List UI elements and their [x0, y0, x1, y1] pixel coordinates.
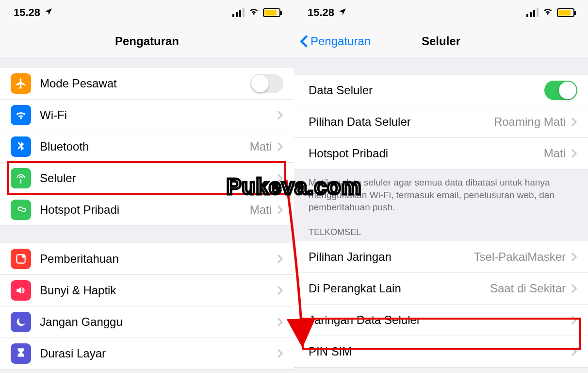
row-cellular-data-network[interactable]: Jaringan Data Seluler [294, 305, 588, 336]
row-do-not-disturb[interactable]: Jangan Ganggu [0, 306, 294, 338]
chevron-right-icon [277, 254, 283, 264]
cellular-screen: 15.28 Pengaturan Seluler [294, 0, 588, 373]
status-bar: 15.28 [294, 0, 588, 25]
row-notifications[interactable]: Pemberitahuan [0, 243, 294, 275]
speaker-icon [11, 280, 31, 301]
row-value: Tsel-PakaiMasker [474, 250, 566, 264]
row-sim-pin[interactable]: PIN SIM [294, 336, 588, 368]
bluetooth-icon [11, 136, 31, 157]
row-wifi[interactable]: Wi-Fi [0, 100, 294, 131]
cellular-signal-icon [232, 8, 245, 17]
row-value: Saat di Sekitar [490, 282, 566, 295]
nav-bar: Pengaturan [0, 25, 294, 57]
row-cellular[interactable]: Seluler [0, 163, 294, 194]
chevron-right-icon [277, 110, 283, 120]
wifi-icon [11, 105, 31, 125]
row-value: Mati [250, 203, 272, 217]
row-airplane-mode[interactable]: Mode Pesawat [0, 68, 294, 100]
row-label: Seluler [40, 171, 76, 185]
chevron-right-icon [571, 284, 577, 293]
row-label: Durasi Layar [40, 347, 106, 360]
row-bluetooth[interactable]: Bluetooth Mati [0, 131, 294, 163]
row-label: Hotspot Pribadi [309, 147, 388, 160]
row-cellular-data[interactable]: Data Seluler [294, 75, 588, 106]
location-icon [44, 6, 53, 19]
section-footer: Matikan data seluler agar semua data dib… [294, 170, 588, 219]
hourglass-icon [11, 343, 31, 364]
row-label: Wi-Fi [40, 108, 67, 122]
row-label: Bunyi & Haptik [40, 284, 116, 297]
notifications-icon [11, 249, 31, 269]
row-value: Mati [250, 140, 272, 153]
battery-icon [557, 8, 574, 17]
chevron-right-icon [571, 347, 577, 356]
battery-icon [263, 8, 280, 17]
chevron-right-icon [277, 286, 283, 295]
chevron-right-icon [277, 317, 283, 327]
status-time: 15.28 [14, 6, 40, 19]
row-network-selection[interactable]: Pilihan Jaringan Tsel-PakaiMasker [294, 241, 588, 273]
row-label: Bluetooth [40, 140, 89, 153]
svg-point-1 [22, 254, 25, 258]
chevron-right-icon [277, 349, 283, 358]
cellular-signal-icon [526, 8, 539, 17]
airplane-toggle[interactable] [250, 74, 283, 93]
row-label: Pilihan Data Seluler [309, 115, 411, 129]
cellular-data-toggle[interactable] [544, 81, 577, 100]
row-label: Jangan Ganggu [40, 315, 123, 329]
antenna-icon [11, 168, 31, 188]
status-bar: 15.28 [0, 0, 294, 25]
row-label: Data Seluler [309, 84, 373, 97]
page-title: Seluler [422, 34, 460, 48]
row-sounds[interactable]: Bunyi & Haptik [0, 275, 294, 306]
row-label: Pilihan Jaringan [309, 250, 392, 264]
row-screen-time[interactable]: Durasi Layar [0, 338, 294, 370]
row-label: Hotspot Pribadi [40, 203, 119, 217]
settings-screen: 15.28 Pengaturan Mode Pes [0, 0, 294, 373]
location-icon [338, 6, 347, 19]
row-personal-hotspot[interactable]: Hotspot Pribadi Mati [0, 194, 294, 226]
row-value: Roaming Mati [494, 115, 566, 129]
section-header-carrier: TELKOMSEL [294, 219, 588, 241]
wifi-icon [542, 6, 553, 19]
chevron-right-icon [277, 142, 283, 152]
row-personal-hotspot[interactable]: Hotspot Pribadi Mati [294, 138, 588, 170]
link-icon [11, 200, 31, 220]
chevron-right-icon [277, 173, 283, 183]
row-label: Di Perangkat Lain [309, 282, 401, 295]
wifi-icon [248, 6, 259, 19]
row-value: Mati [544, 147, 566, 160]
row-label: Mode Pesawat [40, 77, 117, 90]
row-label: Jaringan Data Seluler [309, 313, 421, 327]
row-label: Pemberitahuan [40, 252, 119, 266]
page-title: Pengaturan [115, 34, 179, 48]
moon-icon [11, 312, 31, 332]
status-time: 15.28 [308, 6, 334, 19]
airplane-icon [11, 73, 31, 94]
chevron-right-icon [277, 205, 283, 215]
row-cellular-data-options[interactable]: Pilihan Data Seluler Roaming Mati [294, 106, 588, 138]
row-label: PIN SIM [309, 345, 352, 358]
chevron-right-icon [571, 315, 577, 325]
chevron-right-icon [571, 252, 577, 262]
nav-bar: Pengaturan Seluler [294, 25, 588, 57]
back-label: Pengaturan [310, 34, 371, 48]
chevron-right-icon [571, 149, 577, 158]
chevron-right-icon [571, 117, 577, 127]
back-button[interactable]: Pengaturan [300, 34, 371, 48]
row-on-other-devices[interactable]: Di Perangkat Lain Saat di Sekitar [294, 273, 588, 305]
